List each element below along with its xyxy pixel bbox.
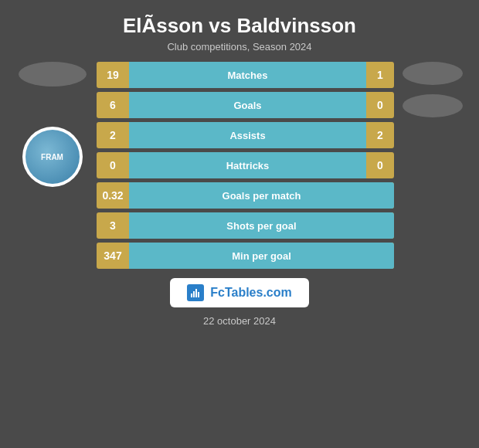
stat-left-value: 6 [97, 99, 129, 111]
stat-row: 0.32Goals per match [97, 182, 394, 209]
stat-bar: Hattricks [129, 152, 366, 178]
page-title: ElÃsson vs Baldvinsson [123, 14, 356, 38]
stat-bar: Shots per goal [129, 212, 394, 239]
svg-rect-2 [195, 289, 197, 297]
stat-label: Goals per match [223, 190, 301, 202]
stat-left-value: 347 [97, 249, 129, 262]
stat-bar: Goals [129, 92, 366, 118]
stat-row: 0Hattricks0 [97, 152, 394, 178]
stat-row: 19Matches1 [97, 62, 394, 88]
stat-bar: Assists [129, 122, 366, 148]
stat-row: 2Assists2 [97, 122, 394, 148]
subtitle: Club competitions, Season 2024 [123, 41, 356, 53]
stat-left-value: 19 [97, 69, 129, 81]
stat-right-value: 0 [366, 99, 394, 111]
stat-label: Shots per goal [226, 220, 296, 232]
main-content: FRAM 19Matches16Goals02Assists20Hattrick… [0, 62, 479, 269]
fctables-badge: FcTables.com [170, 278, 309, 307]
stats-area: 19Matches16Goals02Assists20Hattricks00.3… [97, 62, 394, 269]
stat-label: Hattricks [226, 160, 270, 171]
stat-right-value: 2 [366, 129, 394, 141]
stat-right-value: 1 [366, 69, 394, 81]
right-side [394, 62, 471, 124]
svg-rect-0 [191, 294, 192, 297]
badge-inner: FRAM [25, 130, 80, 184]
fctables-label: FcTables.com [210, 286, 292, 300]
fctables-icon [187, 284, 204, 301]
left-side: FRAM [8, 62, 97, 187]
left-oval-top [19, 62, 87, 87]
stat-bar: Min per goal [129, 243, 394, 269]
stat-label: Assists [229, 130, 265, 141]
stat-label: Matches [227, 70, 267, 81]
stat-left-value: 2 [97, 129, 129, 141]
svg-rect-3 [198, 292, 199, 297]
stat-label: Min per goal [232, 250, 291, 262]
right-oval-bottom [403, 94, 463, 117]
header: ElÃsson vs Baldvinsson Club competitions… [115, 0, 364, 57]
stat-row: 6Goals0 [97, 92, 394, 118]
stat-label: Goals [233, 100, 261, 111]
stat-left-value: 3 [97, 219, 129, 232]
stat-row: 3Shots per goal [97, 212, 394, 239]
stat-left-value: 0.32 [97, 189, 129, 202]
footer-date: 22 october 2024 [203, 315, 276, 327]
stat-row: 347Min per goal [97, 243, 394, 269]
stat-right-value: 0 [366, 159, 394, 171]
team-badge: FRAM [22, 127, 83, 187]
stat-left-value: 0 [97, 159, 129, 171]
stat-bar: Matches [129, 62, 366, 88]
svg-rect-1 [193, 291, 195, 297]
stat-bar: Goals per match [129, 182, 394, 209]
badge-text: FRAM [41, 153, 63, 161]
right-oval-top [403, 62, 463, 85]
